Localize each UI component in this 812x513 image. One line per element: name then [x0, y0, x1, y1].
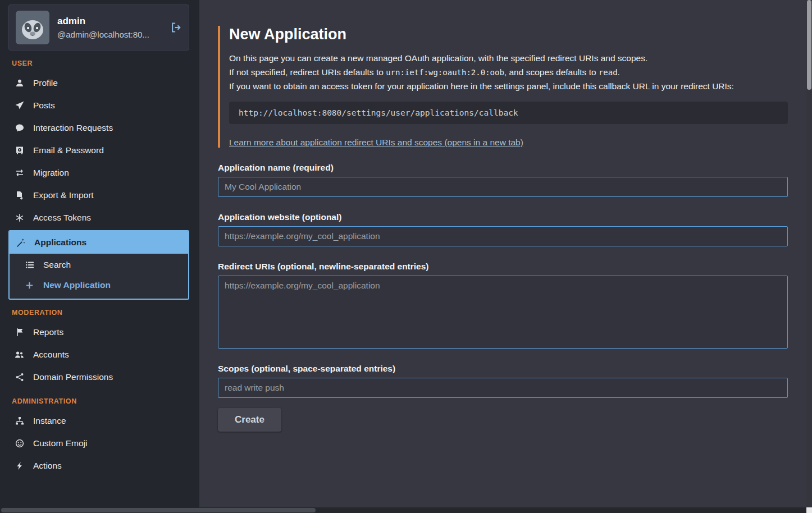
- read-scope-code: read: [599, 68, 618, 77]
- sidebar-item-instance[interactable]: Instance: [8, 410, 189, 432]
- sidebar-item-label: Instance: [33, 416, 66, 426]
- page-intro: New Application On this page you can cre…: [218, 26, 788, 148]
- user-handle: @admin@localhost:80...: [57, 30, 163, 39]
- main-content: New Application On this page you can cre…: [199, 0, 812, 513]
- sidebar-item-posts[interactable]: Posts: [8, 94, 189, 117]
- horizontal-scrollbar-track[interactable]: [0, 507, 806, 513]
- intro-line-1: On this page you can create a new manage…: [229, 51, 788, 65]
- sidebar-item-applications[interactable]: Applications: [10, 231, 188, 254]
- oob-code: urn:ietf:wg:oauth:2.0:oob: [386, 68, 504, 77]
- wand-icon: [15, 238, 26, 247]
- bolt-icon: [14, 461, 25, 470]
- scrollbar-corner: [806, 507, 812, 513]
- sidebar-item-access-tokens[interactable]: Access Tokens: [8, 207, 189, 229]
- sidebar-item-export-import[interactable]: Export & Import: [8, 184, 189, 207]
- user-meta: admin @admin@localhost:80...: [57, 16, 163, 39]
- sidebar-item-label: Search: [43, 260, 71, 270]
- flag-icon: [14, 328, 25, 337]
- sidebar-item-email-password[interactable]: Email & Password: [8, 139, 189, 162]
- sidebar-item-label: Profile: [33, 78, 58, 88]
- learn-more-link[interactable]: Learn more about application redirect UR…: [229, 138, 523, 147]
- file-export-icon: [14, 191, 25, 200]
- intro-line-2-mid: , and scopes defaults to: [504, 67, 599, 77]
- user-icon: [14, 79, 25, 88]
- section-label-user: USER: [12, 59, 186, 67]
- users-icon: [14, 350, 25, 359]
- sidebar-item-label: Domain Permissions: [33, 372, 113, 382]
- share-nodes-icon: [14, 373, 25, 382]
- sidebar-item-label: Custom Emoji: [33, 438, 87, 448]
- vertical-scrollbar-thumb[interactable]: [807, 0, 811, 90]
- application-website-input[interactable]: [218, 226, 788, 246]
- sidebar-item-label: Interaction Requests: [33, 123, 113, 133]
- create-button[interactable]: Create: [218, 408, 281, 432]
- username: admin: [57, 16, 163, 27]
- intro-line-3: If you want to obtain an access token fo…: [229, 79, 788, 93]
- sidebar-group-applications: Applications Search New Application: [8, 230, 189, 300]
- user-card[interactable]: admin @admin@localhost:80...: [8, 4, 189, 51]
- applications-submenu: Search New Application: [10, 254, 188, 299]
- plus-icon: [24, 281, 35, 290]
- scopes-input[interactable]: [218, 378, 788, 398]
- sidebar-item-actions[interactable]: Actions: [8, 455, 189, 477]
- sidebar-item-label: Actions: [33, 461, 62, 471]
- sidebar-item-custom-emoji[interactable]: Custom Emoji: [8, 432, 189, 455]
- sidebar-item-label: Export & Import: [33, 190, 94, 200]
- sidebar-item-label: Applications: [34, 237, 86, 248]
- sidebar-item-label: New Application: [43, 280, 111, 290]
- avatar: [16, 11, 49, 44]
- arrows-left-right-icon: [14, 168, 25, 177]
- sidebar: admin @admin@localhost:80... USER Profil…: [0, 0, 199, 513]
- sidebar-item-reports[interactable]: Reports: [8, 321, 189, 343]
- vault-icon: [14, 146, 25, 155]
- section-label-administration: ADMINISTRATION: [12, 397, 186, 405]
- application-name-input[interactable]: [218, 177, 788, 197]
- sidebar-nav: USER Profile Posts Interaction Requests: [8, 59, 189, 477]
- sidebar-item-label: Email & Password: [33, 145, 104, 155]
- sidebar-item-label: Accounts: [33, 350, 69, 360]
- section-label-moderation: MODERATION: [12, 309, 186, 317]
- sitemap-icon: [14, 416, 25, 425]
- intro-line-2: If not specified, redirect URIs defaults…: [229, 65, 788, 79]
- page-title: New Application: [229, 26, 788, 43]
- sidebar-item-applications-new[interactable]: New Application: [10, 275, 188, 295]
- sloth-avatar-image: [16, 11, 49, 44]
- sidebar-item-label: Migration: [33, 168, 69, 178]
- sidebar-item-label: Posts: [33, 100, 55, 111]
- sidebar-item-interaction-requests[interactable]: Interaction Requests: [8, 117, 189, 139]
- intro-line-2-post: .: [618, 67, 620, 77]
- redirect-uris-textarea[interactable]: [218, 276, 788, 349]
- sidebar-item-applications-search[interactable]: Search: [10, 255, 188, 275]
- redirect-uris-label: Redirect URIs (optional, newline-separat…: [218, 262, 788, 272]
- sidebar-item-profile[interactable]: Profile: [8, 72, 189, 94]
- sidebar-item-label: Reports: [33, 327, 63, 337]
- application-website-label: Application website (optional): [218, 212, 788, 222]
- application-name-label: Application name (required): [218, 163, 788, 173]
- comment-icon: [14, 123, 25, 132]
- settings-app: admin @admin@localhost:80... USER Profil…: [0, 0, 812, 513]
- intro-line-2-pre: If not specified, redirect URIs defaults…: [229, 67, 386, 77]
- sidebar-item-accounts[interactable]: Accounts: [8, 343, 189, 366]
- scopes-label: Scopes (optional, space-separated entrie…: [218, 364, 788, 374]
- logout-icon[interactable]: [171, 22, 182, 33]
- intro-text: On this page you can create a new manage…: [229, 51, 788, 93]
- vertical-scrollbar-track[interactable]: [806, 0, 812, 507]
- sidebar-item-migration[interactable]: Migration: [8, 162, 189, 184]
- list-icon: [24, 260, 35, 269]
- sidebar-item-domain-permissions[interactable]: Domain Permissions: [8, 366, 189, 388]
- smiley-icon: [14, 439, 25, 448]
- asterisk-icon: [14, 213, 25, 222]
- horizontal-scrollbar-thumb[interactable]: [1, 508, 316, 512]
- sidebar-item-label: Access Tokens: [33, 213, 91, 223]
- paper-plane-icon: [14, 101, 25, 110]
- callback-url-code-block: http://localhost:8080/settings/user/appl…: [229, 102, 788, 124]
- new-application-form: Application name (required) Application …: [218, 163, 788, 432]
